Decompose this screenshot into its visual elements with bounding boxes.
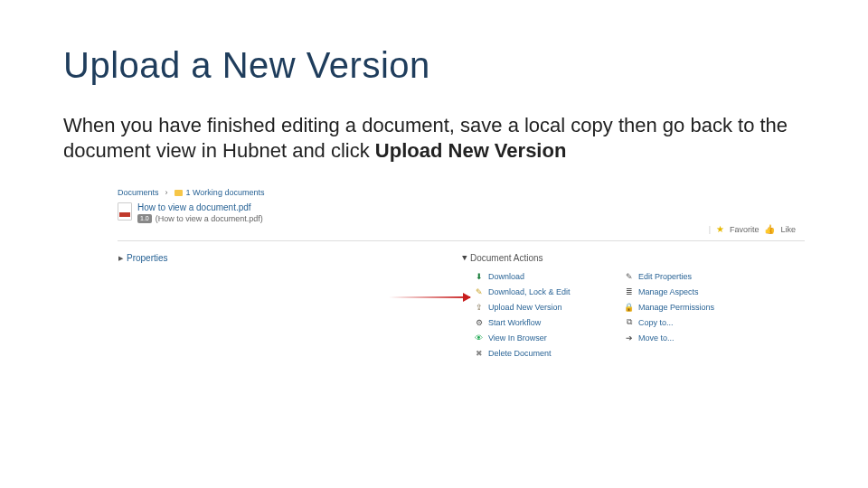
delete-icon: ✖ [474, 348, 484, 358]
action-label: Manage Permissions [638, 303, 714, 312]
action-label: Download, Lock & Edit [488, 287, 571, 296]
document-header: How to view a document.pdf 1.0 (How to v… [118, 202, 805, 223]
breadcrumb-separator: › [165, 188, 168, 197]
action-workflow[interactable]: ⚙Start Workflow [474, 317, 571, 327]
action-download[interactable]: ⬇Download [474, 271, 571, 281]
slide-body: When you have finished editing a documen… [63, 113, 805, 163]
action-label: Upload New Version [488, 303, 562, 312]
perms-icon: 🔒 [624, 302, 634, 312]
like-icon[interactable]: 👍 [764, 224, 775, 234]
divider-line [118, 240, 805, 241]
document-actions-col2: ✎Edit Properties≣Manage Aspects🔒Manage P… [624, 271, 714, 343]
divider: | [709, 225, 711, 234]
favorite-bar: | ★ Favorite 👍 Like [709, 224, 796, 234]
slide: Upload a New Version When you have finis… [0, 0, 868, 488]
breadcrumb-folder[interactable]: 1 Working documents [186, 188, 265, 197]
browser-icon: 👁 [474, 333, 484, 343]
breadcrumb-root[interactable]: Documents [118, 188, 159, 197]
version-badge: 1.0 [137, 214, 152, 223]
collapse-icon: ▶ [118, 255, 124, 262]
like-label[interactable]: Like [780, 225, 796, 234]
folder-icon [175, 190, 183, 196]
action-label: Delete Document [488, 349, 552, 358]
action-label: Download [488, 272, 524, 281]
hubnet-screenshot: Documents › 1 Working documents How to v… [118, 188, 805, 387]
document-actions-col1: ⬇Download✎Download, Lock & Edit⇪Upload N… [474, 271, 571, 358]
download-icon: ⬇ [474, 271, 484, 281]
copy-icon: ⧉ [624, 317, 634, 327]
document-actions-header[interactable]: ▶Document Actions [461, 253, 543, 263]
action-delete[interactable]: ✖Delete Document [474, 348, 571, 358]
action-upload[interactable]: ⇪Upload New Version [474, 302, 571, 312]
properties-label: Properties [127, 253, 168, 263]
body-bold: Upload New Version [375, 139, 567, 162]
actions-header-label: Document Actions [470, 253, 543, 263]
breadcrumb: Documents › 1 Working documents [118, 188, 805, 197]
pdf-icon [118, 202, 132, 221]
document-subname: (How to view a document.pdf) [156, 214, 263, 223]
slide-title: Upload a New Version [63, 45, 805, 86]
upload-icon: ⇪ [474, 302, 484, 312]
action-label: Manage Aspects [638, 287, 699, 296]
action-move[interactable]: ➔Move to... [624, 333, 714, 343]
aspects-icon: ≣ [624, 286, 634, 296]
action-browser[interactable]: 👁View In Browser [474, 333, 571, 343]
workflow-icon: ⚙ [474, 317, 484, 327]
action-perms[interactable]: 🔒Manage Permissions [624, 302, 714, 312]
action-edit[interactable]: ✎Download, Lock & Edit [474, 286, 571, 296]
action-label: Edit Properties [638, 272, 692, 281]
red-arrow-annotation [389, 296, 470, 298]
action-copy[interactable]: ⧉Copy to... [624, 317, 714, 327]
action-label: View In Browser [488, 333, 547, 343]
action-label: Start Workflow [488, 318, 541, 327]
document-name[interactable]: How to view a document.pdf [137, 202, 263, 212]
properties-section[interactable]: ▶Properties [118, 253, 168, 263]
action-aspects[interactable]: ≣Manage Aspects [624, 286, 714, 296]
move-icon: ➔ [624, 333, 634, 343]
favorite-label[interactable]: Favorite [730, 225, 760, 234]
star-icon[interactable]: ★ [716, 224, 724, 234]
action-props[interactable]: ✎Edit Properties [624, 271, 714, 281]
action-label: Copy to... [638, 318, 674, 327]
action-label: Move to... [638, 333, 675, 343]
expand-icon: ▶ [461, 256, 468, 261]
props-icon: ✎ [624, 271, 634, 281]
edit-icon: ✎ [474, 286, 484, 296]
